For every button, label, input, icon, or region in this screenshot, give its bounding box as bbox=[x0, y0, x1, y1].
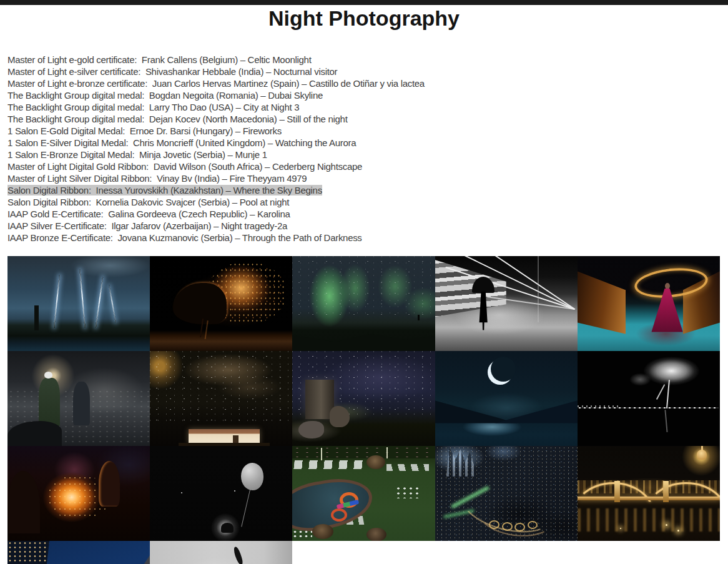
award-line-text: The Backlight Group digital medal: Dejan… bbox=[7, 114, 348, 124]
tree-branch bbox=[656, 384, 666, 400]
bird-wing bbox=[233, 546, 244, 564]
silhouette-right bbox=[99, 461, 120, 507]
awards-list: Master of Light e-gold certificate: Fran… bbox=[7, 54, 425, 244]
award-line-text: 1 Salon E-Silver Digital Medal: Chris Mo… bbox=[7, 137, 356, 148]
bridge-tower bbox=[663, 481, 669, 502]
mountain-right bbox=[494, 391, 577, 423]
photo-blue-hour-towers[interactable] bbox=[7, 541, 150, 564]
award-line: 1 Salon E-Gold Digital Medal: Ernoe Dr. … bbox=[7, 125, 425, 137]
award-line-text: Master of Light Digital Gold Ribbon: Dav… bbox=[7, 161, 362, 172]
photo-aurora-watcher[interactable] bbox=[292, 256, 435, 351]
lamp-pole bbox=[321, 448, 322, 460]
child-silhouette bbox=[221, 523, 234, 533]
rescuer-figure bbox=[39, 378, 60, 427]
thatch-umbrella bbox=[366, 528, 386, 541]
lightning-bolt bbox=[79, 269, 86, 328]
basilica-dome bbox=[697, 450, 707, 460]
lounger-row bbox=[386, 464, 429, 471]
award-line: Master of Light Digital Gold Ribbon: Dav… bbox=[7, 161, 425, 172]
top-bar bbox=[0, 0, 728, 5]
chair-cluster bbox=[292, 530, 312, 540]
award-line-text: IAAP Silver E-Certificate: Ilgar Jafarov… bbox=[7, 220, 287, 231]
photo-castle-ruins-stars[interactable] bbox=[292, 351, 435, 446]
award-line-text: Master of Light e-bronze certificate: Ju… bbox=[7, 78, 425, 89]
award-line-text-selected: Salon Digital Ribbon: Inessa Yurovskikh … bbox=[7, 185, 322, 195]
thatch-umbrella bbox=[366, 455, 385, 469]
swimming-pool bbox=[292, 473, 376, 536]
award-line: Master of Light Silver Digital Ribbon: V… bbox=[7, 172, 425, 184]
photo-fire-ring-dancer[interactable] bbox=[578, 256, 720, 351]
tree-trunk bbox=[666, 380, 670, 408]
award-line: The Backlight Group digital medal: Bogda… bbox=[7, 89, 425, 101]
gray-tower-right bbox=[82, 541, 150, 564]
river-reflections bbox=[578, 508, 720, 531]
umbrella-person-silhouette bbox=[472, 277, 495, 330]
photo-crescent-over-lake[interactable] bbox=[435, 351, 578, 446]
award-line: IAAP Bronze E-Certificate: Jovana Kuzman… bbox=[7, 232, 425, 244]
award-line-text: Master of Light e-silver certificate: Sh… bbox=[7, 66, 337, 77]
thatch-umbrella bbox=[312, 524, 333, 539]
ridge-silhouette bbox=[292, 322, 435, 351]
ground-line bbox=[579, 407, 719, 408]
hedge-row bbox=[292, 446, 435, 458]
tunnel-wall-left bbox=[578, 271, 626, 334]
fountain-pool-ring bbox=[528, 521, 538, 529]
photo-light-painted-tree[interactable] bbox=[578, 351, 720, 446]
photo-fire-theyyam-ritual[interactable] bbox=[7, 446, 150, 541]
boulder bbox=[298, 421, 324, 438]
basilica-spire bbox=[701, 446, 703, 451]
chair-cluster bbox=[395, 486, 420, 498]
light-dot bbox=[181, 492, 182, 493]
photo-night-rescue[interactable] bbox=[7, 351, 150, 446]
lightning-bolt bbox=[108, 285, 116, 322]
award-line: Master of Light e-bronze certificate: Ju… bbox=[7, 77, 425, 89]
observer-figure bbox=[418, 315, 420, 320]
chimney-silhouette bbox=[34, 305, 39, 330]
photo-umbrella-street[interactable] bbox=[435, 256, 578, 351]
award-line-text: IAAP Gold E-Certificate: Galina Gordeeva… bbox=[7, 209, 290, 219]
award-line-text: 1 Salon E-Bronze Digital Medal: Minja Jo… bbox=[7, 149, 267, 160]
award-line: The Backlight Group digital medal: Larry… bbox=[7, 101, 425, 113]
award-line: 1 Salon E-Silver Digital Medal: Chris Mo… bbox=[7, 137, 425, 149]
light-dot bbox=[234, 490, 235, 492]
award-line-text: IAAP Bronze E-Certificate: Jovana Kuzman… bbox=[7, 232, 362, 243]
boulder bbox=[330, 406, 350, 427]
bridge-tower bbox=[614, 481, 620, 502]
award-line-text: Master of Light e-gold certificate: Fran… bbox=[7, 54, 312, 65]
bridge-deck bbox=[578, 497, 720, 500]
photo-heron-fire-sparks[interactable] bbox=[150, 256, 292, 351]
farmhouse bbox=[189, 429, 260, 444]
photo-bird-in-gray-sky[interactable] bbox=[150, 541, 292, 564]
photo-gallery-grid bbox=[7, 256, 720, 564]
award-line: 1 Salon E-Bronze Digital Medal: Minja Jo… bbox=[7, 149, 425, 161]
lightning-bolt bbox=[95, 277, 103, 329]
farmhouse-door bbox=[233, 435, 239, 443]
dancer-head bbox=[665, 283, 670, 289]
stars-overlay bbox=[292, 256, 435, 318]
concrete-wall bbox=[435, 260, 506, 317]
award-line-text: Salon Digital Ribbon: Kornelia Dakovic S… bbox=[7, 197, 289, 207]
street-lamp-glow bbox=[666, 524, 667, 526]
trunk-reflection bbox=[665, 410, 668, 433]
balloon-string bbox=[241, 490, 250, 527]
fountain-pool-ring bbox=[502, 522, 513, 531]
crescent-moon bbox=[488, 360, 513, 385]
award-line-text: The Backlight Group digital medal: Bogda… bbox=[7, 90, 323, 101]
lit-tower-left bbox=[7, 541, 67, 564]
photo-dubai-skyline-aerial[interactable] bbox=[435, 446, 578, 541]
award-line: The Backlight Group digital medal: Dejan… bbox=[7, 113, 425, 125]
photo-chain-bridge-night[interactable] bbox=[578, 446, 720, 541]
mountain-left bbox=[435, 391, 518, 423]
photo-lightning-storm[interactable] bbox=[7, 256, 150, 351]
photo-child-with-balloon[interactable] bbox=[150, 446, 292, 541]
photo-pool-at-night[interactable] bbox=[292, 446, 435, 541]
award-line-text: Master of Light Silver Digital Ribbon: V… bbox=[7, 173, 307, 184]
worker-figure bbox=[73, 382, 90, 425]
award-line: IAAP Silver E-Certificate: Ilgar Jafarov… bbox=[7, 220, 425, 232]
award-line: Master of Light e-gold certificate: Fran… bbox=[7, 54, 425, 66]
stars-overlay bbox=[150, 351, 292, 425]
photo-milky-way-cottage[interactable] bbox=[150, 351, 292, 446]
lamp-pole bbox=[386, 447, 388, 458]
scrub-line bbox=[578, 405, 620, 407]
fountain-pool-ring bbox=[489, 520, 499, 529]
